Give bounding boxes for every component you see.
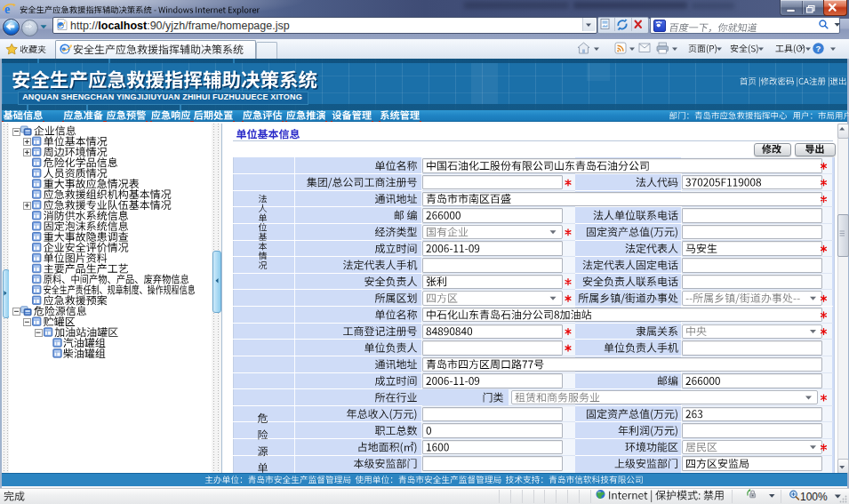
svg-text:?: ? (816, 44, 821, 53)
